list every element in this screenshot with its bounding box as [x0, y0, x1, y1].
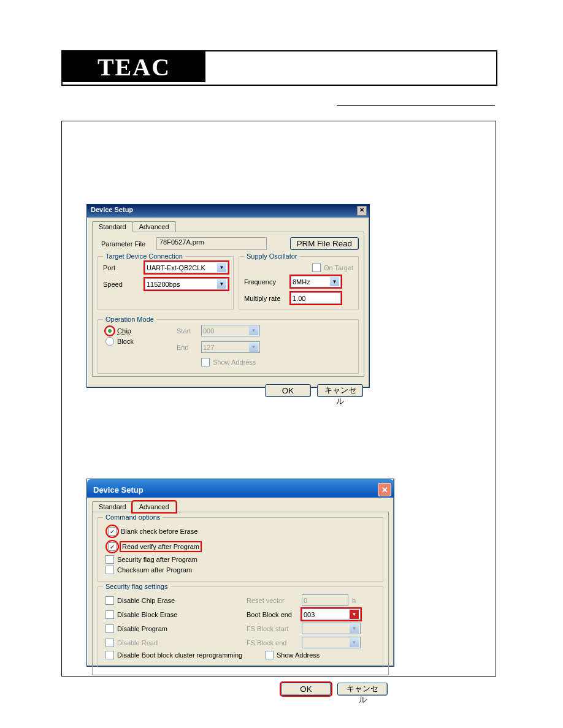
teac-logo: TEAC	[63, 51, 205, 82]
speed-select[interactable]: 115200bps ▼	[145, 278, 228, 290]
dialog-title: Device Setup	[93, 485, 144, 495]
ok-button[interactable]: OK	[265, 384, 311, 397]
end-label: End	[177, 344, 201, 351]
prm-file-read-button[interactable]: PRM File Read	[290, 237, 359, 250]
parameter-file-label: Parameter File	[98, 240, 156, 248]
disable-read-label: Disable Read	[117, 639, 158, 646]
block-label: Block	[117, 338, 134, 345]
tabstrip: Standard Advanced	[92, 221, 369, 232]
speed-label: Speed	[103, 281, 145, 288]
port-label: Port	[103, 264, 145, 271]
page-header: TEAC	[61, 50, 497, 86]
on-target-checkbox	[312, 264, 321, 272]
ok-button[interactable]: OK	[281, 683, 331, 696]
disable-block-erase-label: Disable Block Erase	[117, 611, 177, 618]
block-radio[interactable]	[105, 337, 114, 346]
port-value: UART-Ext-QB2CLK	[147, 264, 205, 271]
disable-chip-erase-checkbox[interactable]	[105, 596, 114, 605]
chevron-down-icon: ▼	[249, 343, 258, 352]
multiply-rate-input[interactable]: 1.00	[291, 292, 341, 304]
content-frame: Device Setup ✕ Standard Advanced Paramet…	[61, 121, 496, 677]
cancel-button[interactable]: キャンセル	[337, 683, 388, 696]
dialog-titlebar[interactable]: Device Setup ✕	[87, 205, 369, 218]
show-address-checkbox[interactable]	[265, 651, 274, 659]
checksum-label: Checksum after Program	[117, 566, 192, 574]
port-select[interactable]: UART-Ext-QB2CLK ▼	[145, 262, 228, 273]
reset-vector-label: Reset vector	[247, 597, 302, 604]
disable-boot-block-label: Disable Boot block cluster reprogramming	[117, 651, 242, 659]
start-label: Start	[177, 327, 201, 335]
multiply-value: 1.00	[293, 295, 305, 302]
fs-block-end-select: ▼	[302, 637, 361, 648]
dialog-title: Device Setup	[91, 206, 133, 218]
chip-radio[interactable]	[105, 327, 114, 335]
blank-check-label: Blank check before Erase	[121, 528, 197, 535]
tab-page: Command options ✓ Blank check before Era…	[92, 512, 389, 675]
multiply-label: Multiply rate	[244, 295, 291, 302]
disable-program-label: Disable Program	[117, 625, 167, 632]
tab-standard[interactable]: Standard	[92, 501, 133, 512]
tabstrip: Standard Advanced	[92, 501, 394, 512]
disable-program-checkbox[interactable]	[105, 624, 114, 633]
chevron-down-icon: ▼	[330, 277, 339, 286]
on-target-label: On Target	[324, 264, 353, 271]
chevron-down-icon: ▼	[350, 624, 359, 633]
target-device-group-title: Target Device Connection	[103, 252, 185, 260]
frequency-label: Frequency	[244, 278, 291, 286]
read-verify-checkbox[interactable]: ✓	[108, 542, 117, 551]
boot-block-end-label: Boot Block end	[247, 611, 302, 618]
chevron-down-icon: ▼	[217, 263, 226, 272]
close-icon[interactable]: ✕	[357, 206, 367, 216]
read-verify-label: Read verify after Program	[121, 542, 201, 551]
reset-vector-h: h	[352, 597, 356, 604]
end-select: 127 ▼	[201, 341, 260, 353]
chevron-down-icon: ▼	[350, 610, 359, 619]
frequency-value: 8MHz	[293, 278, 310, 286]
command-options-group-title: Command options	[103, 514, 163, 521]
show-address-label: Show Address	[277, 651, 320, 659]
tab-page: Parameter File 78F0527A.prm PRM File Rea…	[92, 232, 364, 377]
security-flag-group-title: Security flag settings	[103, 583, 170, 590]
operation-mode-group-title: Operation Mode	[103, 316, 156, 323]
blank-check-checkbox[interactable]: ✓	[108, 527, 117, 536]
fs-block-start-select: ▼	[302, 623, 361, 634]
chevron-down-icon: ▼	[350, 638, 359, 647]
device-setup-dialog-advanced: Device Setup ✕ Standard Advanced Command…	[86, 479, 394, 667]
start-select: 000 ▼	[201, 325, 260, 336]
disable-boot-block-checkbox[interactable]	[105, 651, 114, 659]
tab-advanced[interactable]: Advanced	[132, 221, 176, 232]
chevron-down-icon: ▼	[249, 326, 258, 335]
end-value: 127	[203, 344, 214, 351]
parameter-file-value: 78F0527A.prm	[156, 237, 267, 250]
boot-block-end-select[interactable]: 003 ▼	[302, 609, 361, 620]
chip-label: Chip	[117, 327, 131, 335]
start-value: 000	[203, 327, 214, 335]
header-underline	[337, 105, 495, 106]
boot-block-end-value: 003	[304, 611, 315, 618]
device-setup-dialog-standard: Device Setup ✕ Standard Advanced Paramet…	[86, 204, 370, 388]
supply-oscillator-group-title: Supply Oscillator	[244, 252, 300, 260]
disable-chip-erase-label: Disable Chip Erase	[117, 597, 175, 604]
disable-block-erase-checkbox[interactable]	[105, 610, 114, 619]
checksum-checkbox[interactable]	[105, 566, 114, 574]
show-address-label: Show Address	[213, 358, 256, 366]
fs-block-start-label: FS Block start	[247, 625, 302, 632]
security-flag-checkbox[interactable]	[105, 555, 114, 564]
tab-standard[interactable]: Standard	[92, 221, 133, 232]
speed-value: 115200bps	[147, 281, 180, 288]
tab-advanced[interactable]: Advanced	[132, 501, 176, 512]
chevron-down-icon: ▼	[217, 279, 226, 289]
disable-read-checkbox	[105, 639, 114, 647]
fs-block-end-label: FS Block end	[247, 639, 302, 646]
reset-vector-input: 0	[302, 594, 348, 606]
security-flag-label: Security flag after Program	[117, 556, 197, 563]
frequency-select[interactable]: 8MHz ▼	[291, 276, 341, 287]
dialog-titlebar[interactable]: Device Setup ✕	[87, 479, 394, 498]
close-icon[interactable]: ✕	[378, 483, 391, 496]
show-address-checkbox	[201, 358, 210, 366]
cancel-button[interactable]: キャンセル	[317, 384, 363, 397]
